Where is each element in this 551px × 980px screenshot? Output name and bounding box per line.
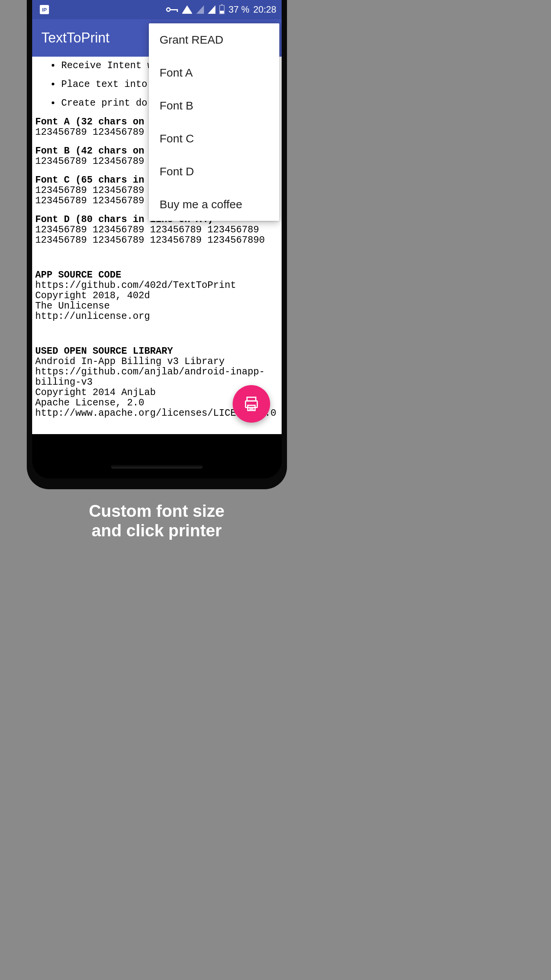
phone-frame: IP 37 % 20:28 TextToPrint (27, 0, 287, 489)
caption-line1: Custom font size (0, 501, 313, 521)
menu-font-d[interactable]: Font D (149, 155, 279, 188)
screen: IP 37 % 20:28 TextToPrint (32, 0, 282, 434)
source-line: Copyright 2018, 402d (35, 291, 279, 301)
status-bar: IP 37 % 20:28 (32, 0, 282, 19)
source-section: APP SOURCE CODE https://github.com/402d/… (35, 270, 279, 322)
ip-indicator-icon: IP (40, 5, 49, 14)
font-d-sample: 123456789 123456789 123456789 123456789 (35, 225, 279, 235)
status-icons: 37 % 20:28 (166, 4, 276, 15)
signal-icon-1 (196, 5, 204, 14)
promo-caption: Custom font size and click printer (0, 501, 313, 540)
clock-time: 20:28 (253, 4, 276, 15)
signal-icon-2 (208, 5, 215, 14)
menu-font-a[interactable]: Font A (149, 56, 279, 89)
printer-icon (243, 395, 260, 413)
library-line: https://github.com/anjlab/android-inapp-… (35, 367, 279, 387)
menu-font-b[interactable]: Font B (149, 89, 279, 122)
source-line: https://github.com/402d/TextToPrint (35, 280, 279, 291)
app-title: TextToPrint (41, 30, 109, 46)
library-line: Android In-App Billing v3 Library (35, 356, 279, 367)
vpn-key-icon (166, 7, 178, 12)
menu-buy-coffee[interactable]: Buy me a coffee (149, 188, 279, 221)
phone-inner: IP 37 % 20:28 TextToPrint (32, 0, 282, 479)
overflow-menu: Grant READ Font A Font B Font C Font D B… (149, 23, 279, 221)
source-line: The Unlicense (35, 301, 279, 311)
print-fab[interactable] (233, 385, 270, 423)
font-d-sample: 123456789 123456789 123456789 1234567890 (35, 235, 279, 245)
battery-percent: 37 % (228, 4, 249, 15)
source-line: http://unlicense.org (35, 311, 279, 322)
battery-icon (219, 5, 225, 14)
source-heading: APP SOURCE CODE (35, 270, 279, 280)
menu-font-c[interactable]: Font C (149, 122, 279, 155)
caption-line2: and click printer (0, 521, 313, 541)
library-heading: USED OPEN SOURCE LIBRARY (35, 346, 279, 356)
wifi-icon (182, 5, 192, 14)
menu-grant-read[interactable]: Grant READ (149, 23, 279, 56)
phone-speaker (111, 465, 203, 469)
